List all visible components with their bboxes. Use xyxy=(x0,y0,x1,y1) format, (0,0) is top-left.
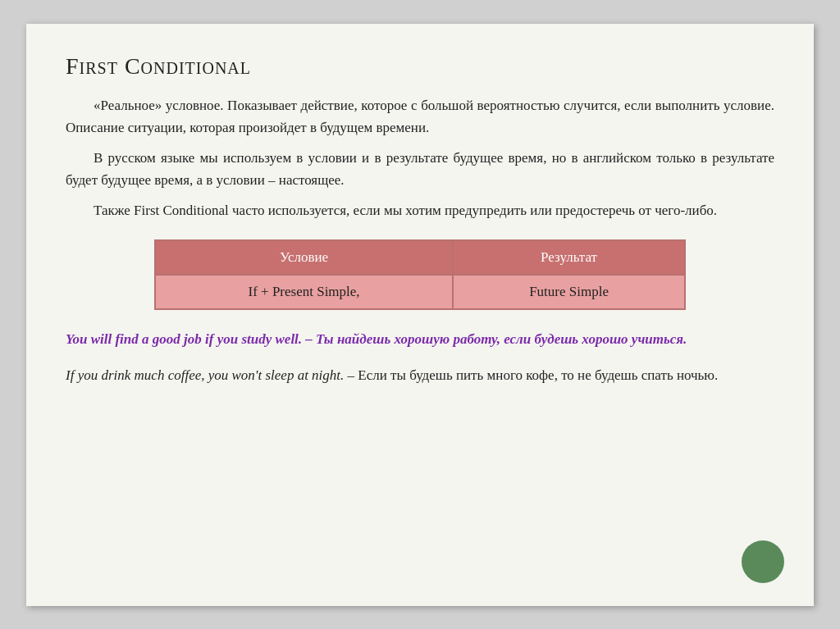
green-circle-decoration xyxy=(742,540,784,583)
table-row: If + Present Simple, Future Simple xyxy=(155,275,685,309)
example-1-english: You will find a good job if you study we… xyxy=(66,331,302,347)
table-header-row: Условие Результат xyxy=(155,240,685,275)
paragraph-1: «Реальное» условное. Показывает действие… xyxy=(66,94,774,139)
table-cell-result: Future Simple xyxy=(453,275,685,309)
page-title: First Conditional xyxy=(66,53,774,80)
example-2-english: If you drink much coffee, you won't slee… xyxy=(66,367,344,383)
paragraph-3: Также First Conditional часто использует… xyxy=(66,199,774,221)
example-2: If you drink much coffee, you won't slee… xyxy=(66,364,774,386)
slide: First Conditional «Реальное» условное. П… xyxy=(26,24,814,606)
example-1: You will find a good job if you study we… xyxy=(66,328,774,350)
table-header-result: Результат xyxy=(453,240,685,275)
table-cell-condition: If + Present Simple, xyxy=(155,275,453,309)
grammar-table: Условие Результат If + Present Simple, F… xyxy=(154,239,686,310)
example-1-dash: – xyxy=(302,331,316,347)
paragraph-2: В русском языке мы используем в условии … xyxy=(66,147,774,191)
grammar-table-container: Условие Результат If + Present Simple, F… xyxy=(154,239,686,310)
example-2-translation: Если ты будешь пить много кофе, то не бу… xyxy=(358,367,718,383)
example-1-translation: Ты найдешь хорошую работу, если будешь х… xyxy=(316,331,687,347)
table-header-condition: Условие xyxy=(155,240,453,275)
example-2-dash: – xyxy=(344,367,358,383)
